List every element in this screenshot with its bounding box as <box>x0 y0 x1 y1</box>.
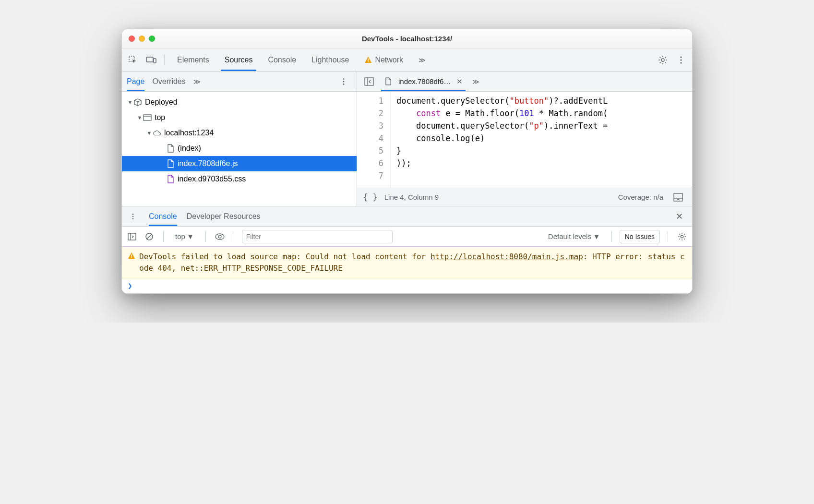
svg-rect-29 <box>131 257 132 258</box>
tree-origin[interactable]: ▼ localhost:1234 <box>122 125 357 141</box>
drawer-menu-icon[interactable] <box>127 208 139 225</box>
titlebar: DevTools - localhost:1234/ <box>122 29 692 48</box>
tree-file-js[interactable]: index.7808df6e.js <box>122 156 357 171</box>
inspect-element-icon[interactable] <box>125 52 141 68</box>
coverage-status: Coverage: n/a <box>618 193 663 201</box>
toggle-navigator-icon[interactable] <box>361 73 377 90</box>
console-prompt[interactable]: ❯ <box>122 278 692 293</box>
svg-point-18 <box>132 213 134 215</box>
pretty-print-icon[interactable]: { } <box>363 192 378 202</box>
editor-pane: index.7808df6… ✕ ≫ 1234567 document.quer… <box>357 72 692 206</box>
svg-line-24 <box>147 234 152 239</box>
line-gutter: 1234567 <box>357 92 391 188</box>
svg-point-27 <box>681 235 683 238</box>
live-expression-icon[interactable] <box>214 228 226 245</box>
kebab-menu-icon[interactable] <box>673 52 689 68</box>
tree-file-index[interactable]: (index) <box>122 141 357 156</box>
tree-top[interactable]: ▼ top <box>122 110 357 125</box>
drawer-tab-devres[interactable]: Developer Resources <box>187 206 261 226</box>
tab-elements[interactable]: Elements <box>169 48 217 71</box>
minimize-window-button[interactable] <box>139 36 145 42</box>
separator <box>234 231 234 242</box>
tree-deployed[interactable]: ▼ Deployed <box>122 95 357 110</box>
separator <box>611 231 612 242</box>
file-tree: ▼ Deployed ▼ top ▼ localhost:1234 (index… <box>122 92 357 206</box>
document-icon <box>166 159 175 168</box>
warning-icon <box>364 56 372 64</box>
tab-network[interactable]: Network <box>357 48 411 71</box>
zoom-window-button[interactable] <box>149 36 155 42</box>
more-tabs-icon[interactable]: ≫ <box>411 48 433 71</box>
box-icon <box>133 98 142 107</box>
traffic-lights <box>129 36 155 42</box>
navigator-menu-icon[interactable] <box>335 73 352 90</box>
svg-point-20 <box>132 218 134 219</box>
svg-rect-12 <box>144 115 151 120</box>
cursor-position: Line 4, Column 9 <box>384 193 439 201</box>
svg-point-10 <box>343 81 345 82</box>
navigator-pane: Page Overrides ≫ ▼ Deployed ▼ <box>122 72 357 206</box>
document-icon <box>166 144 175 153</box>
drawer-tabs: Console Developer Resources ✕ <box>122 206 692 227</box>
code-editor[interactable]: 1234567 document.querySelector("button")… <box>357 92 692 188</box>
svg-point-25 <box>215 234 224 240</box>
svg-point-7 <box>680 59 682 60</box>
document-icon <box>166 175 175 183</box>
more-file-tabs-icon[interactable]: ≫ <box>469 72 482 91</box>
log-levels-dropdown[interactable]: Default levels ▼ <box>544 230 604 243</box>
svg-rect-2 <box>154 59 156 63</box>
context-selector[interactable]: top ▼ <box>171 230 198 243</box>
tree-file-css[interactable]: index.d9703d55.css <box>122 171 357 187</box>
console-toolbar: top ▼ Default levels ▼ No Issues <box>122 227 692 247</box>
main-tabs: Elements Sources Console Lighthouse Netw… <box>169 48 653 71</box>
svg-point-11 <box>343 83 345 84</box>
subtab-page[interactable]: Page <box>127 72 144 91</box>
svg-rect-4 <box>368 61 369 62</box>
warning-text: DevTools failed to load source map: Coul… <box>139 251 686 274</box>
svg-point-19 <box>132 216 134 217</box>
document-icon <box>384 77 393 86</box>
svg-rect-21 <box>128 233 136 240</box>
sourcemap-link[interactable]: http://localhost:8080/main.js.map <box>431 252 583 261</box>
toggle-debugger-icon[interactable] <box>670 189 686 205</box>
settings-icon[interactable] <box>655 52 671 68</box>
console-warning-row[interactable]: DevTools failed to load source map: Coul… <box>122 247 692 278</box>
subtab-overrides[interactable]: Overrides <box>152 72 185 91</box>
clear-console-icon[interactable] <box>143 228 156 245</box>
tab-console[interactable]: Console <box>260 48 304 71</box>
tab-lighthouse[interactable]: Lighthouse <box>304 48 357 71</box>
separator <box>205 231 206 242</box>
close-tab-icon[interactable]: ✕ <box>456 77 463 86</box>
devtools-window: DevTools - localhost:1234/ Elements Sour… <box>121 29 693 294</box>
separator <box>164 55 165 65</box>
navigator-tabs: Page Overrides ≫ <box>122 72 357 92</box>
window-title: DevTools - localhost:1234/ <box>122 35 692 43</box>
svg-point-9 <box>343 78 345 80</box>
console-sidebar-icon[interactable] <box>126 228 138 245</box>
console-filter-input[interactable] <box>242 230 393 243</box>
file-tab-active[interactable]: index.7808df6… ✕ <box>381 72 466 91</box>
svg-point-26 <box>218 235 221 238</box>
editor-statusbar: { } Line 4, Column 9 Coverage: n/a <box>357 188 692 206</box>
svg-point-6 <box>680 56 682 58</box>
console-messages: DevTools failed to load source map: Coul… <box>122 247 692 293</box>
main-toolbar: Elements Sources Console Lighthouse Netw… <box>122 48 692 72</box>
code-content[interactable]: document.querySelector("button")?.addEve… <box>391 92 608 188</box>
file-tabs-bar: index.7808df6… ✕ ≫ <box>357 72 692 92</box>
main-split: Page Overrides ≫ ▼ Deployed ▼ <box>122 72 692 206</box>
more-subtabs-icon[interactable]: ≫ <box>193 72 201 91</box>
svg-point-5 <box>661 59 664 61</box>
console-settings-icon[interactable] <box>676 228 688 245</box>
cloud-icon <box>153 129 161 137</box>
warning-icon <box>128 252 135 260</box>
close-window-button[interactable] <box>129 36 135 42</box>
device-toggle-icon[interactable] <box>143 52 159 68</box>
frame-icon <box>143 113 152 122</box>
drawer-tab-console[interactable]: Console <box>149 206 177 226</box>
separator <box>163 231 164 242</box>
drawer: Console Developer Resources ✕ top ▼ <box>122 206 692 293</box>
svg-rect-16 <box>674 193 682 201</box>
close-drawer-icon[interactable]: ✕ <box>671 208 687 225</box>
issues-button[interactable]: No Issues <box>620 230 660 243</box>
tab-sources[interactable]: Sources <box>217 48 261 71</box>
